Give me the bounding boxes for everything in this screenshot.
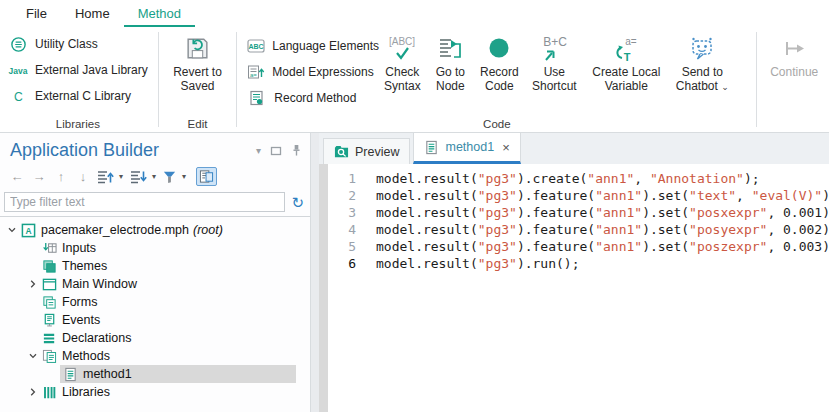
record-code-icon: [484, 32, 514, 65]
tab-file[interactable]: File: [12, 2, 61, 27]
model-expressions-icon: a=: [247, 64, 265, 80]
code-line[interactable]: model.result("pg3").feature("ann1").set(…: [376, 204, 829, 221]
code-editor[interactable]: 123456 model.result("pg3").create("ann1"…: [319, 164, 829, 412]
create-local-variable-button[interactable]: a=T Create Local Variable: [583, 29, 669, 94]
events-icon: [41, 313, 58, 328]
tree-item-methods[interactable]: Methods: [0, 347, 310, 365]
tree-item-pacemaker-electrode-mph[interactable]: Apacemaker_electrode.mph(root): [0, 221, 310, 239]
edit-group: Revert to Saved Edit: [161, 27, 235, 132]
breakpoint-margin[interactable]: [319, 164, 328, 412]
tree-item-libraries[interactable]: Libraries: [0, 383, 310, 401]
language-elements-button[interactable]: ABC Language Elements: [239, 33, 377, 59]
check-syntax-button[interactable]: [ABC] Check Syntax: [377, 29, 427, 94]
tree-item-inputs[interactable]: Inputs: [0, 239, 310, 257]
code-line[interactable]: model.result("pg3").feature("ann1").set(…: [376, 187, 829, 204]
line-number: 3: [328, 204, 356, 221]
chevron-right-icon[interactable]: [27, 387, 39, 397]
methods-icon: [41, 349, 58, 364]
revert-to-saved-button[interactable]: Revert to Saved: [163, 29, 233, 94]
show-in-editor-toggle[interactable]: [196, 167, 217, 186]
tab-method[interactable]: Method: [124, 2, 195, 27]
line-number: 4: [328, 221, 356, 238]
method-icon: [62, 367, 79, 382]
code-line[interactable]: model.result("pg3").feature("ann1").set(…: [376, 238, 829, 255]
revert-icon: [184, 32, 211, 65]
tree-item-label: Forms: [62, 295, 97, 309]
continue-icon: [779, 32, 809, 65]
code-group-label: Code: [239, 118, 754, 130]
chevron-down-icon: ⌄: [721, 82, 729, 92]
tree-item-themes[interactable]: Themes: [0, 257, 310, 275]
tree-item-label: Inputs: [62, 241, 96, 255]
tree-item-forms[interactable]: Forms: [0, 293, 310, 311]
tree-item-events[interactable]: Events: [0, 311, 310, 329]
tree-item-main-window[interactable]: Main Window: [0, 275, 310, 293]
back-icon[interactable]: ←: [8, 169, 26, 184]
code-lines[interactable]: model.result("pg3").create("ann1", "Anno…: [363, 164, 829, 412]
external-java-library-button[interactable]: Java External Java Library: [0, 57, 156, 83]
svg-text:C: C: [14, 90, 23, 104]
refresh-icon[interactable]: ↻: [291, 195, 304, 210]
forward-icon[interactable]: →: [30, 169, 48, 184]
svg-text:Java: Java: [9, 66, 28, 76]
ribbon-tab-bar: File Home Method: [0, 0, 829, 27]
code-line[interactable]: model.result("pg3").run();: [376, 255, 829, 272]
preview-icon: [334, 144, 349, 159]
chevron-right-icon[interactable]: [27, 279, 39, 289]
external-c-library-button[interactable]: C External C Library: [0, 83, 156, 109]
c-language-icon: C: [8, 89, 28, 104]
chevron-down-icon[interactable]: ▾: [119, 172, 123, 181]
ribbon: Utility Class Java External Java Library…: [0, 27, 829, 133]
tree-item-label: method1: [83, 367, 132, 381]
expand-all-icon[interactable]: [96, 169, 114, 185]
close-icon[interactable]: ×: [502, 140, 510, 155]
pin-icon[interactable]: [291, 144, 302, 157]
tree-toolbar: ← → ↑ ↓ ▾ ▾ ▾: [0, 161, 310, 190]
utility-class-icon: [8, 36, 28, 53]
line-number: 5: [328, 238, 356, 255]
record-code-button[interactable]: Record Code: [473, 29, 525, 94]
tab-home[interactable]: Home: [61, 2, 124, 27]
chevron-down-icon[interactable]: [27, 351, 39, 361]
record-method-button[interactable]: Record Method: [239, 85, 377, 111]
use-shortcut-button[interactable]: B+C Use Shortcut: [525, 29, 583, 94]
java-icon: Java: [8, 63, 28, 77]
svg-text:a=: a=: [250, 72, 257, 78]
chevron-down-icon[interactable]: ▾: [182, 172, 186, 181]
line-number: 2: [328, 187, 356, 204]
svg-text:B+C: B+C: [543, 35, 567, 49]
move-up-icon[interactable]: ↑: [52, 169, 70, 184]
svg-text:T: T: [624, 51, 631, 63]
tab-preview[interactable]: Preview: [323, 138, 410, 164]
svg-text:ABC: ABC: [249, 43, 264, 50]
filter-icon[interactable]: [162, 169, 177, 184]
code-group: ABC Language Elements a= Model Expressio…: [239, 27, 754, 132]
go-to-node-button[interactable]: Go to Node: [427, 29, 473, 94]
line-numbers: 123456: [328, 164, 363, 412]
check-syntax-icon: [ABC]: [384, 32, 420, 65]
debug-group: Continue: [759, 27, 829, 132]
code-line[interactable]: model.result("pg3").create("ann1", "Anno…: [376, 170, 829, 187]
tree-item-method1[interactable]: method1: [0, 365, 310, 383]
chevron-down-icon[interactable]: ▾: [152, 172, 156, 181]
tree-item-label: Events: [62, 313, 100, 327]
ribbon-divider: [236, 32, 237, 127]
tab-method1[interactable]: method1 ×: [413, 132, 520, 164]
go-to-node-icon: [435, 32, 465, 65]
model-expressions-button[interactable]: a= Model Expressions: [239, 59, 377, 85]
collapse-all-icon[interactable]: [129, 169, 147, 185]
svg-text:A: A: [25, 225, 31, 235]
send-to-chatbot-button[interactable]: Send to Chatbot ⌄: [669, 29, 735, 94]
code-line[interactable]: model.result("pg3").feature("ann1").set(…: [376, 221, 829, 238]
move-down-icon[interactable]: ↓: [74, 169, 92, 184]
themes-icon: [41, 259, 58, 274]
utility-class-button[interactable]: Utility Class: [0, 31, 156, 57]
panel-menu-icon[interactable]: ▾: [256, 145, 261, 156]
chevron-down-icon[interactable]: [6, 225, 18, 235]
continue-button[interactable]: Continue: [761, 29, 827, 79]
filter-input[interactable]: [4, 192, 285, 212]
tree-item-declarations[interactable]: Declarations: [0, 329, 310, 347]
inputs-icon: [41, 241, 58, 256]
app-icon: A: [20, 223, 37, 238]
float-window-icon[interactable]: [270, 145, 282, 157]
